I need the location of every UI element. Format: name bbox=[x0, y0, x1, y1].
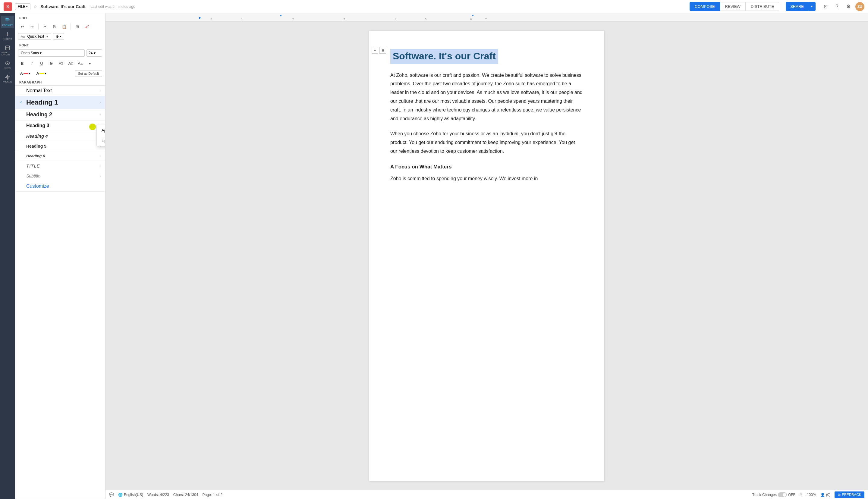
strikethrough-button[interactable]: S bbox=[47, 59, 56, 68]
help-icon[interactable]: ? bbox=[832, 2, 842, 11]
sidebar-item-insert[interactable]: INSERT bbox=[1, 29, 14, 42]
style-item-title[interactable]: TITLE › bbox=[15, 161, 105, 171]
share-dropdown-button[interactable]: ▾ bbox=[808, 2, 816, 11]
svg-rect-0 bbox=[5, 19, 9, 19]
table-view-button[interactable]: ⊞ bbox=[799, 493, 803, 497]
toolbar-separator bbox=[38, 24, 39, 29]
highlight-color-button[interactable]: A ▾ bbox=[34, 70, 49, 77]
subscript-button[interactable]: A2 bbox=[66, 59, 75, 68]
layout-toggle-button[interactable]: ⊞ bbox=[379, 47, 386, 54]
svg-rect-6 bbox=[5, 46, 10, 50]
paragraph-section-label: PARAGRAPH bbox=[15, 78, 105, 85]
paragraph-2[interactable]: When you choose Zoho for your business o… bbox=[390, 130, 583, 156]
heading1-context-menu: Apply 'Heading 1' Cmd+Alt+1 Update 'Head… bbox=[96, 125, 106, 146]
edit-section-label: EDIT bbox=[15, 13, 105, 21]
favorite-icon[interactable]: ☆ bbox=[34, 4, 37, 9]
font-section-label: FONT bbox=[15, 41, 105, 48]
word-count: Words: 4/223 bbox=[147, 493, 169, 497]
case-button[interactable]: Aa bbox=[76, 59, 84, 68]
sidebar-item-tools[interactable]: TOOLS bbox=[1, 73, 14, 85]
compare-button[interactable]: ⊕ ▾ bbox=[53, 33, 64, 40]
document-canvas[interactable]: + ⊞ Software. It's our Craft At Zoho, so… bbox=[106, 22, 868, 490]
avatar[interactable]: ZU bbox=[855, 2, 864, 11]
svg-rect-3 bbox=[5, 22, 10, 22]
ruler-center-marker: ▼ bbox=[279, 14, 282, 17]
close-button[interactable]: ✕ bbox=[4, 2, 12, 11]
ruler-left-marker: ▶ bbox=[199, 16, 201, 19]
style-item-normal[interactable]: Normal Text › bbox=[15, 86, 105, 96]
svg-rect-2 bbox=[5, 21, 9, 21]
add-row-above-button[interactable]: + bbox=[371, 47, 378, 54]
toggle-knob bbox=[783, 493, 786, 497]
italic-button[interactable]: I bbox=[28, 59, 36, 68]
present-icon[interactable]: ⊡ bbox=[821, 2, 830, 11]
comment-button[interactable]: 💬 bbox=[109, 492, 114, 497]
paragraph-1[interactable]: At Zoho, software is our craft and passi… bbox=[390, 71, 583, 123]
svg-rect-1 bbox=[5, 20, 10, 20]
set-default-button[interactable]: Set as Default bbox=[75, 70, 102, 77]
bold-button[interactable]: B bbox=[18, 59, 26, 68]
cut-button[interactable]: ✂ bbox=[41, 22, 49, 31]
svg-rect-8 bbox=[7, 46, 7, 50]
style-item-h5[interactable]: Heading 5 › bbox=[15, 141, 105, 151]
undo-button[interactable]: ↩ bbox=[18, 22, 26, 31]
document-heading[interactable]: Software. It's our Craft bbox=[390, 49, 498, 64]
style-item-h6[interactable]: Heading 6 › bbox=[15, 151, 105, 161]
highlight-button[interactable]: 🖊 bbox=[83, 22, 91, 31]
user-count[interactable]: 👤 (0) bbox=[820, 493, 831, 497]
document-page: + ⊞ Software. It's our Craft At Zoho, so… bbox=[369, 31, 604, 481]
font-size-selector[interactable]: 24 ▾ bbox=[86, 49, 102, 57]
copy-button[interactable]: ⎘ bbox=[50, 22, 59, 31]
subheading-1[interactable]: A Focus on What Matters bbox=[390, 162, 583, 172]
edit-toolbar: ↩ ↪ ✂ ⎘ 📋 ⊞ 🖊 bbox=[15, 21, 105, 32]
ruler-right-marker: ▼ bbox=[472, 14, 474, 17]
style-item-customize[interactable]: Customize bbox=[15, 181, 105, 192]
toolbar-separator-2 bbox=[71, 24, 71, 29]
svg-rect-7 bbox=[5, 47, 10, 48]
redo-button[interactable]: ↪ bbox=[28, 22, 36, 31]
quick-text-selector[interactable]: Aa Quick Text ▾ bbox=[18, 33, 51, 40]
sidebar-item-format[interactable]: FORMAT bbox=[1, 16, 14, 28]
sidebar-item-page-layout[interactable]: PAGE LAYOUT bbox=[1, 44, 14, 58]
style-list: Normal Text › ✓ Heading 1 › Heading 2 › … bbox=[15, 85, 105, 499]
superscript-button[interactable]: A2 bbox=[57, 59, 65, 68]
track-toggle-switch[interactable] bbox=[778, 492, 787, 497]
zoom-level[interactable]: 100% bbox=[807, 493, 816, 497]
review-tab[interactable]: REVIEW bbox=[720, 2, 746, 11]
style-item-subtitle[interactable]: Subtitle › bbox=[15, 171, 105, 181]
font-row: Open Sans ▾ 24 ▾ bbox=[15, 48, 105, 58]
share-button[interactable]: SHARE bbox=[786, 2, 808, 11]
cursor-indicator bbox=[89, 123, 96, 130]
apply-heading1-item[interactable]: Apply 'Heading 1' Cmd+Alt+1 bbox=[97, 125, 106, 136]
ruler: ▶ ▼ ▼ 1 1 2 3 4 5 6 7 bbox=[106, 13, 868, 22]
compose-tab[interactable]: COMPOSE bbox=[689, 2, 720, 11]
insert-table-button[interactable]: ⊞ bbox=[73, 22, 81, 31]
language-selector[interactable]: 🌐 English(US) bbox=[118, 493, 143, 497]
last-edit-label: Last edit was 5 minutes ago bbox=[90, 4, 135, 9]
underline-button[interactable]: U bbox=[37, 59, 46, 68]
font-family-selector[interactable]: Open Sans ▾ bbox=[18, 49, 85, 57]
font-color-button[interactable]: A ▾ bbox=[18, 70, 33, 77]
feedback-button[interactable]: ✉ FEEDBACK bbox=[834, 491, 864, 498]
document-title: Software. It's our Craft bbox=[40, 4, 86, 9]
svg-rect-5 bbox=[5, 34, 10, 34]
file-menu-button[interactable]: FILE ▾ bbox=[15, 3, 30, 10]
sidebar-item-view[interactable]: VIEW bbox=[1, 59, 14, 71]
style-item-h1[interactable]: ✓ Heading 1 › bbox=[15, 96, 105, 109]
sidebar: FORMAT INSERT PAGE LAYOUT VIEW TOOLS bbox=[0, 13, 15, 499]
style-item-h2[interactable]: Heading 2 › bbox=[15, 109, 105, 121]
page-count: Page: 1 of 2 bbox=[203, 493, 223, 497]
settings-icon[interactable]: ⚙ bbox=[844, 2, 853, 11]
format-row: B I U S A2 A2 Aa ▾ bbox=[15, 58, 105, 69]
style-item-h4[interactable]: Heading 4 › bbox=[15, 131, 105, 141]
case-dropdown-button[interactable]: ▾ bbox=[86, 59, 94, 68]
paste-button[interactable]: 📋 bbox=[60, 22, 69, 31]
left-panel: EDIT ↩ ↪ ✂ ⎘ 📋 ⊞ 🖊 Aa Quick Text ▾ ⊕ ▾ bbox=[15, 13, 106, 499]
status-bar: 💬 🌐 English(US) Words: 4/223 Chars: 24/1… bbox=[106, 490, 868, 499]
track-changes-toggle[interactable]: Track Changes OFF bbox=[752, 492, 795, 497]
paragraph-3[interactable]: Zoho is committed to spending your money… bbox=[390, 174, 583, 183]
distribute-tab[interactable]: DISTRIBUTE bbox=[746, 2, 779, 11]
update-heading1-item[interactable]: Update 'Heading 1' to match selection bbox=[97, 136, 106, 146]
editor-area: ▶ ▼ ▼ 1 1 2 3 4 5 6 7 + ⊞ Software. It's… bbox=[106, 13, 868, 499]
quick-text-row: Aa Quick Text ▾ ⊕ ▾ bbox=[15, 32, 105, 41]
